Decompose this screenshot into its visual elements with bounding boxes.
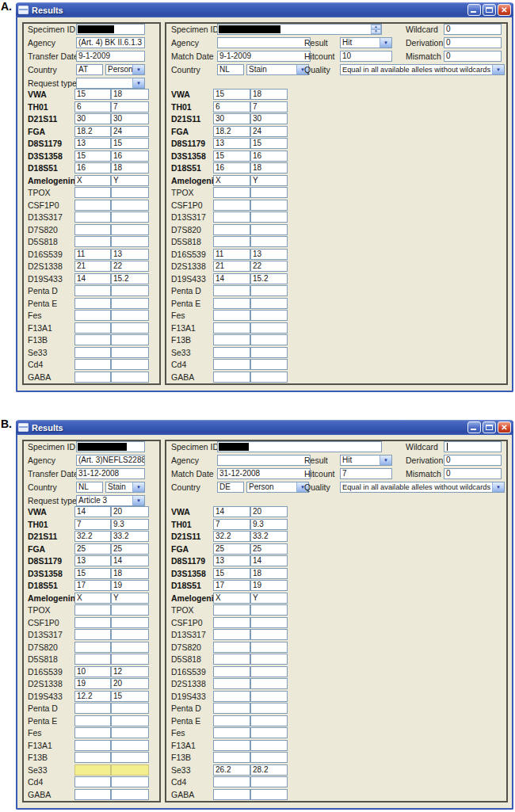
right-allele-field-cd4-1[interactable] bbox=[213, 359, 250, 370]
left-allele-field-d21s11-2[interactable]: 33.2 bbox=[111, 531, 149, 542]
right-allele-field-tpox-2[interactable] bbox=[250, 187, 288, 198]
right-allele-field-d16s539-1[interactable]: 11 bbox=[213, 249, 250, 260]
left-allele-field-csf1p0-1[interactable] bbox=[74, 617, 111, 628]
right-allele-field-d16s539-2[interactable] bbox=[250, 666, 288, 677]
right-allele-field-d21s11-2[interactable]: 30 bbox=[250, 113, 288, 124]
right-allele-field-d18s51-1[interactable]: 17 bbox=[213, 580, 250, 591]
right-allele-field-d19s433-2[interactable] bbox=[250, 691, 288, 702]
left-allele-field-d21s11-1[interactable]: 30 bbox=[74, 113, 111, 124]
left-allele-field-se33-1[interactable] bbox=[74, 764, 111, 776]
left-allele-field-penta-d-1[interactable] bbox=[74, 285, 111, 296]
left-allele-field-d2s1338-2[interactable]: 22 bbox=[111, 261, 149, 272]
right-allele-field-tpox-1[interactable] bbox=[213, 604, 250, 616]
left-allele-field-d5s818-1[interactable] bbox=[74, 654, 111, 665]
left-allele-field-penta-d-2[interactable] bbox=[111, 703, 149, 714]
left-allele-field-fga-2[interactable]: 25 bbox=[111, 543, 149, 555]
left-allele-field-d5s818-1[interactable] bbox=[74, 236, 111, 247]
left-allele-field-tpox-2[interactable] bbox=[111, 187, 149, 198]
right-allele-field-f13b-2[interactable] bbox=[250, 752, 288, 763]
left-allele-field-f13b-2[interactable] bbox=[111, 334, 149, 345]
right-allele-field-amelogenin-2[interactable]: Y bbox=[250, 175, 288, 186]
right-allele-field-gaba-2[interactable] bbox=[250, 789, 288, 800]
left-allele-field-d5s818-2[interactable] bbox=[111, 236, 149, 247]
left-allele-field-amelogenin-1[interactable]: X bbox=[74, 593, 111, 604]
left-allele-field-th01-1[interactable]: 7 bbox=[74, 519, 111, 530]
right-allele-field-d18s51-2[interactable]: 19 bbox=[250, 580, 288, 591]
wildcard-field[interactable]: 0 bbox=[444, 24, 502, 35]
left-allele-field-cd4-1[interactable] bbox=[74, 776, 111, 787]
country-type-combo[interactable]: Stain▼ bbox=[246, 64, 309, 75]
left-allele-field-f13b-2[interactable] bbox=[111, 752, 149, 763]
right-allele-field-d16s539-1[interactable] bbox=[213, 666, 250, 677]
right-allele-field-csf1p0-1[interactable] bbox=[213, 617, 250, 628]
chevron-down-icon[interactable]: ▼ bbox=[132, 482, 144, 492]
right-allele-field-f13a1-1[interactable] bbox=[213, 740, 250, 751]
right-allele-field-f13b-1[interactable] bbox=[213, 334, 250, 345]
left-allele-field-penta-e-1[interactable] bbox=[74, 298, 111, 309]
agency-field[interactable] bbox=[217, 455, 311, 466]
quality-combo[interactable]: Equal in all available alleles without w… bbox=[340, 64, 505, 75]
right-allele-field-d21s11-1[interactable]: 32.2 bbox=[213, 531, 250, 542]
transfer-date-field[interactable]: 31-12-2008 bbox=[76, 468, 145, 479]
left-allele-field-d2s1338-1[interactable]: 19 bbox=[74, 678, 111, 689]
chevron-down-icon[interactable]: ▼ bbox=[380, 456, 391, 465]
chevron-down-icon[interactable]: ▼ bbox=[492, 482, 504, 492]
right-allele-field-se33-2[interactable] bbox=[250, 347, 288, 358]
result-combo[interactable]: Hit▼ bbox=[340, 455, 392, 466]
transfer-date-field[interactable]: 9-1-2009 bbox=[76, 51, 145, 62]
left-allele-field-d18s51-1[interactable]: 16 bbox=[74, 162, 111, 173]
hitcount-field[interactable]: 10 bbox=[340, 51, 392, 62]
right-allele-field-d19s433-1[interactable]: 14 bbox=[213, 273, 250, 284]
maximize-button[interactable] bbox=[483, 421, 496, 433]
left-allele-field-d3s1358-1[interactable]: 15 bbox=[74, 568, 111, 579]
agency-field[interactable]: (Art. 3)NEFLS2288 bbox=[76, 455, 145, 466]
right-allele-field-d3s1358-2[interactable]: 18 bbox=[250, 568, 288, 579]
right-allele-field-fes-2[interactable] bbox=[250, 727, 288, 738]
left-allele-field-gaba-2[interactable] bbox=[111, 372, 149, 383]
left-allele-field-th01-1[interactable]: 6 bbox=[74, 101, 111, 112]
right-allele-field-vwa-1[interactable]: 14 bbox=[213, 506, 250, 517]
mismatch-field[interactable]: 0 bbox=[444, 51, 502, 62]
left-allele-field-d16s539-1[interactable]: 10 bbox=[74, 666, 111, 677]
left-allele-field-d16s539-2[interactable]: 13 bbox=[111, 249, 149, 260]
right-allele-field-th01-1[interactable]: 7 bbox=[213, 519, 250, 530]
right-allele-field-d2s1338-2[interactable]: 22 bbox=[250, 261, 288, 272]
left-allele-field-csf1p0-2[interactable] bbox=[111, 617, 149, 628]
left-allele-field-d19s433-1[interactable]: 12.2 bbox=[74, 691, 111, 702]
left-allele-field-th01-2[interactable]: 7 bbox=[111, 101, 149, 112]
left-allele-field-penta-d-1[interactable] bbox=[74, 703, 111, 714]
left-allele-field-d3s1358-2[interactable]: 16 bbox=[111, 151, 149, 162]
right-allele-field-tpox-1[interactable] bbox=[213, 187, 250, 198]
minimize-button[interactable] bbox=[467, 4, 481, 16]
right-allele-field-vwa-1[interactable]: 15 bbox=[213, 89, 250, 100]
right-allele-field-d13s317-1[interactable] bbox=[213, 629, 250, 640]
left-allele-field-d19s433-2[interactable]: 15 bbox=[111, 691, 149, 702]
right-allele-field-d13s317-1[interactable] bbox=[213, 212, 250, 223]
left-allele-field-se33-2[interactable] bbox=[111, 764, 149, 776]
right-allele-field-csf1p0-2[interactable] bbox=[250, 200, 288, 211]
right-allele-field-fga-1[interactable]: 18.2 bbox=[213, 126, 250, 137]
left-allele-field-gaba-1[interactable] bbox=[74, 372, 111, 383]
right-allele-field-amelogenin-2[interactable]: Y bbox=[250, 593, 288, 604]
right-allele-field-d8s1179-2[interactable]: 14 bbox=[250, 555, 288, 566]
left-allele-field-penta-d-2[interactable] bbox=[111, 285, 149, 296]
left-allele-field-gaba-2[interactable] bbox=[111, 789, 149, 800]
left-allele-field-d7s820-2[interactable] bbox=[111, 642, 149, 653]
spinner-down-icon[interactable]: ▼ bbox=[371, 29, 381, 34]
left-allele-field-vwa-2[interactable]: 20 bbox=[111, 506, 149, 517]
left-allele-field-f13a1-2[interactable] bbox=[111, 740, 149, 751]
right-allele-field-d21s11-1[interactable]: 30 bbox=[213, 113, 250, 124]
right-allele-field-d3s1358-1[interactable]: 15 bbox=[213, 568, 250, 579]
left-allele-field-d18s51-2[interactable]: 18 bbox=[111, 162, 149, 173]
right-allele-field-d8s1179-1[interactable]: 13 bbox=[213, 555, 250, 566]
minimize-button[interactable] bbox=[467, 421, 481, 433]
left-allele-field-vwa-2[interactable]: 18 bbox=[111, 89, 149, 100]
country-type-combo[interactable]: Stain▼ bbox=[105, 482, 145, 493]
request-type-combo[interactable]: Article 3▼ bbox=[76, 495, 145, 506]
right-allele-field-cd4-2[interactable] bbox=[250, 359, 288, 370]
left-allele-field-penta-e-2[interactable] bbox=[111, 298, 149, 309]
specimen-id-field[interactable] bbox=[76, 441, 145, 452]
right-allele-field-f13a1-1[interactable] bbox=[213, 322, 250, 334]
left-allele-field-d8s1179-2[interactable]: 15 bbox=[111, 138, 149, 149]
left-allele-field-d5s818-2[interactable] bbox=[111, 654, 149, 665]
